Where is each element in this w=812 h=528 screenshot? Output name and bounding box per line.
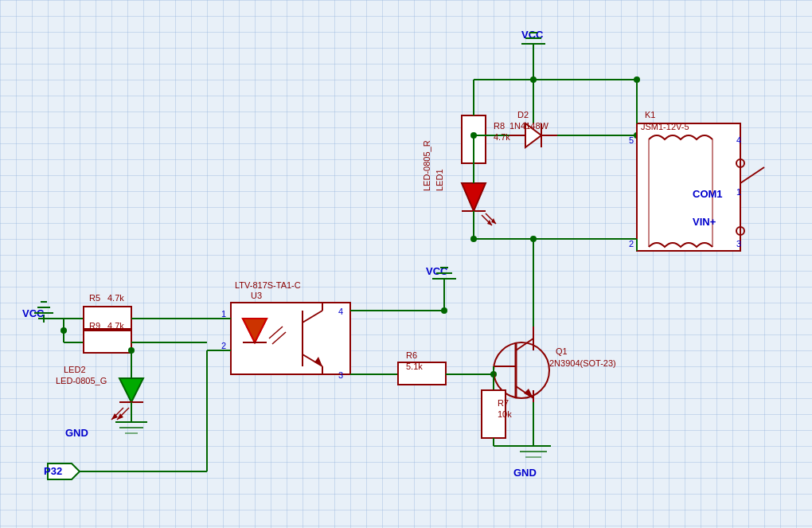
k1-pin5: 5 [629,135,634,145]
p32-label: P32 [44,465,62,477]
svg-rect-37 [637,123,740,251]
led1-ref-label: LED1 [435,169,444,191]
r5-ref-label: R5 [89,293,100,303]
k1-pin4: 4 [736,135,741,145]
svg-point-33 [470,132,477,139]
q1-val-label: 2N3904(SOT-23) [549,358,616,368]
k1-pin3: 3 [736,239,741,248]
u3-pin1: 1 [221,309,226,319]
svg-marker-82 [119,378,143,402]
k1-pin2: 2 [629,239,634,248]
r7-val-label: 10k [498,409,512,419]
r8-ref-label: R8 [494,121,505,131]
schematic-canvas: VCC VCC GND GND R8 4.7k D2 1N4148W LED1 … [0,0,812,528]
d2-ref-label: D2 [517,110,529,119]
svg-point-89 [128,347,135,354]
com1-label: COM1 [693,188,723,200]
r9-val-label: 4.7k [107,321,124,330]
r5-val-label: 4.7k [107,293,124,303]
led1-val-label: LED-0805_R [422,140,431,191]
svg-line-43 [740,167,764,183]
led2-val-label: LED-0805_G [56,376,107,385]
svg-point-81 [61,327,67,334]
r7-ref-label: R7 [498,398,509,408]
u3-pin4: 4 [338,307,343,316]
r9-ref-label: R9 [89,321,100,330]
u3-pin3: 3 [338,370,343,380]
r6-ref-label: R6 [406,350,417,360]
svg-point-68 [441,307,447,314]
gnd-led2-label: GND [65,427,88,439]
k1-val-label: JSM1-12V-5 [641,122,689,131]
r8-val-label: 4.7k [494,132,510,142]
d2-val-label: 1N4148W [509,121,549,131]
gnd-q1-label: GND [513,467,537,479]
vinplus-label: VIN+ [693,216,716,228]
led2-ref-label: LED2 [64,365,86,374]
k1-pin1: 1 [736,187,741,197]
svg-rect-73 [84,330,131,353]
r6-val-label: 5.1k [406,362,423,371]
k1-ref-label: K1 [645,110,655,119]
q1-ref-label: Q1 [556,346,568,356]
svg-rect-51 [231,303,350,374]
u3-val-label: LTV-817S-TA1-C [235,280,301,290]
svg-marker-18 [462,183,486,211]
u3-pin2: 2 [221,341,226,350]
u3-ref-label: U3 [251,291,262,300]
